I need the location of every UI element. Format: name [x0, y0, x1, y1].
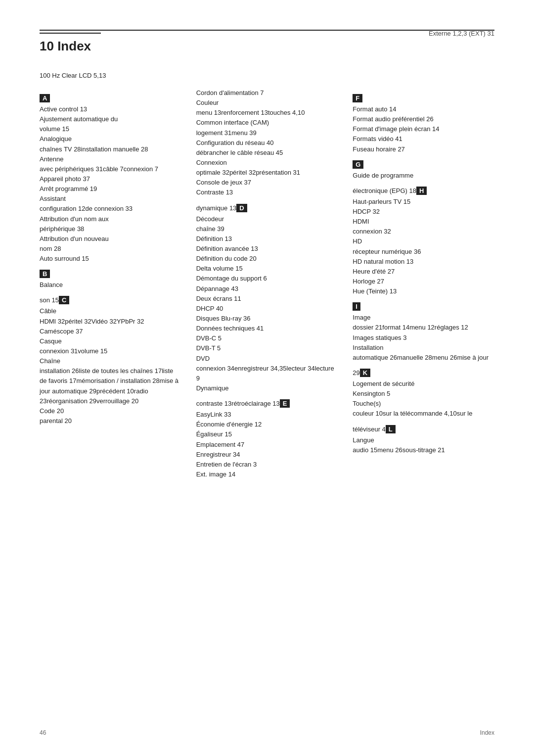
index-sub-entry: volume 15 [78, 347, 107, 355]
index-sub-entry: menu 39 [231, 129, 257, 137]
index-sub-entry: automatique 26 [353, 354, 397, 361]
index-main-entry: Hue (Teinte) 13 [353, 286, 494, 296]
index-main-entry: Horloge 27 [353, 277, 494, 286]
index-sub-entry: débrancher le câble réseau 45 [196, 149, 283, 156]
index-main-entry: Contraste 13 [196, 188, 338, 197]
index-sub-entry: connexion 34 [196, 365, 234, 372]
index-sub-entry: Vidéo 32 [91, 318, 117, 325]
index-main-entry: DHCP 40 [196, 304, 338, 314]
index-main-entry: DVB-T 5 [196, 343, 338, 353]
index-sub-entry: optimale 32 [196, 169, 229, 176]
index-main-entry: Démontage du support 6 [196, 274, 338, 284]
index-sub-entry: chaîne 39 [196, 225, 224, 233]
index-main-entry: Touche(s) [353, 399, 494, 409]
index-main-entry: Heure d'été 27 [353, 267, 494, 277]
index-main-entry: Enregistreur 34 [196, 450, 338, 460]
index-sub-entry: présentation 31 [256, 169, 300, 176]
letter-heading-F: F [353, 94, 362, 102]
index-sub-entry: précédent 10 [96, 387, 134, 395]
index-sub-entry: de connexion 33 [86, 205, 133, 212]
index-sub-entry: péritel 32 [229, 169, 256, 176]
index-main-entry: Arrêt programmé 19 [40, 184, 181, 194]
index-main-entry: Langue [353, 435, 494, 445]
index-sub-entry: lecteur 34 [287, 365, 315, 372]
index-sub-entry: chaînes TV 28 [40, 145, 81, 153]
index-sub-entry: récepteur numérique 36 [353, 248, 421, 255]
index-main-entry: Image [353, 313, 494, 323]
index-main-entry: Auto surround 15 [40, 254, 181, 264]
index-sub-entry: nom 28 [40, 245, 61, 252]
index-sub-entry: réorganisation 29 [46, 397, 96, 405]
index-main-entry: Balance [40, 280, 181, 290]
index-sub-entry: péritel 32 [65, 318, 91, 325]
index-main-entry: Câble [40, 306, 181, 316]
index-main-entry: Antenne [40, 154, 181, 164]
index-sub-entry: enregistreur 34,35 [234, 365, 287, 372]
letter-heading-A: A [40, 94, 50, 102]
index-main-entry: Active control 13 [40, 104, 181, 114]
index-sub-entry: sous-titrage 21 [402, 446, 445, 454]
letter-heading-L: L [386, 425, 396, 433]
letter-heading-H: H [416, 187, 427, 195]
index-sub-entry: contraste 13 [196, 400, 232, 407]
index-sub-entry: installation 26 [40, 367, 79, 375]
index-main-entry: DVD [196, 354, 338, 364]
top-right-label: Externe 1,2,3 (EXT) 31 [429, 30, 494, 37]
index-main-entry: Configuration du réseau 40 [196, 138, 338, 148]
index-main-entry: Attribution d'un nouveau [40, 234, 181, 244]
letter-heading-D: D [236, 204, 247, 212]
index-sub-entry: format 14 [382, 324, 409, 331]
index-main-entry: Égaliseur 15 [196, 429, 338, 439]
letter-heading-C: C [59, 296, 69, 304]
index-main-entry: Code 20 [40, 406, 181, 416]
index-sub-entry: YPbPr 32 [117, 318, 144, 325]
index-main-entry: Deux écrans 11 [196, 294, 338, 304]
intro-line: 100 Hz Clear LCD 5,13 [40, 72, 494, 79]
index-main-entry: Entretien de l'écran 3 [196, 460, 338, 470]
index-sub-entry: mémorisation / installation 28 [76, 377, 159, 384]
index-sub-entry: liste de toutes les chaînes 17 [79, 367, 162, 375]
index-main-entry: Fuseau horaire 27 [353, 144, 494, 154]
index-main-entry: HD natural motion 13 [353, 257, 494, 267]
index-main-entry: Définition du code 20 [196, 254, 338, 264]
index-main-entry: Console de jeux 37 [196, 178, 338, 188]
index-main-entry: Format d'image plein écran 14 [353, 124, 494, 134]
index-sub-entry: touches 4,10 [268, 109, 305, 116]
index-sub-entry: périphérique 38 [40, 225, 84, 233]
index-main-entry: HD [353, 236, 494, 246]
index-sub-entry: menu 13 [196, 109, 222, 116]
column-2: FFormat auto 14Format audio préférentiel… [353, 88, 494, 479]
index-main-entry: Caméscope 37 [40, 327, 181, 336]
index-main-entry: Analogique [40, 134, 181, 144]
column-1: Cordon d'alimentation 7Couleurmenu 13ren… [196, 88, 353, 479]
index-main-entry: Dépannage 43 [196, 284, 338, 294]
index-main-entry: Disques Blu-ray 36 [196, 314, 338, 324]
index-sub-entry: verrouillage 20 [96, 397, 138, 405]
bottom-bar: 46 Index [40, 729, 494, 736]
index-sub-entry: avec périphériques 31 [40, 165, 103, 173]
index-sub-entry: électronique (EPG) 18 [353, 187, 416, 194]
index-main-entry: Ext. image 14 [196, 470, 338, 479]
index-sub-entry: dynamique 13 [196, 204, 237, 212]
column-0: AActive control 13Ajustement automatique… [40, 88, 196, 479]
index-main-entry: Casque [40, 336, 181, 346]
index-main-entry: Connexion [196, 158, 338, 168]
index-sub-entry: connexion 31 [40, 347, 78, 355]
index-main-entry: Définition avancée 13 [196, 244, 338, 254]
index-main-entry: Guide de programme [353, 171, 494, 181]
index-main-entry: Installation [353, 343, 494, 353]
index-main-entry: Attribution d'un nom aux [40, 214, 181, 224]
index-main-entry: Haut-parleurs TV 15 [353, 197, 494, 207]
index-sub-entry: connexion 32 [353, 228, 391, 235]
index-sub-entry: menu 26 [377, 446, 402, 454]
index-main-entry: Images statiques 3 [353, 333, 494, 343]
index-sub-entry: configuration 12 [40, 205, 86, 212]
index-main-entry: Dynamique [196, 383, 338, 393]
columns-wrapper: AActive control 13Ajustement automatique… [40, 88, 494, 479]
page-title: 10 Index [40, 33, 101, 54]
index-main-entry: Données techniques 41 [196, 324, 338, 333]
index-main-entry: Couleur [196, 98, 338, 108]
index-sub-entry: dossier 21 [353, 324, 382, 331]
index-sub-entry: couleur 10 [353, 410, 383, 417]
index-main-entry: Chaîne [40, 356, 181, 366]
